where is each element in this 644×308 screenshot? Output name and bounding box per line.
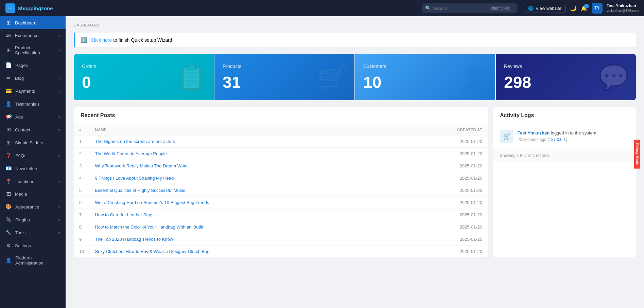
stat-card-products: Products 31 🛒	[214, 54, 354, 100]
sidebar-item-testimonials[interactable]: 👤 Testimonials	[0, 97, 66, 110]
locations-icon: 📍	[5, 178, 12, 184]
sidebar-item-media[interactable]: 🖼 Media	[0, 188, 66, 200]
breadcrumb: Dashboard	[74, 23, 636, 27]
search-shortcut: ctrl/cmd + k	[489, 6, 511, 11]
table-row: 1 The litigants on the screen are not ac…	[74, 135, 488, 148]
setup-wizard-link[interactable]: Click here	[91, 37, 112, 43]
post-link[interactable]: 9 Things I Love About Shaving My Head	[95, 176, 174, 181]
sidebar-label-faqs: FAQs	[15, 153, 55, 158]
chevron-icon-appearance: ▾	[58, 205, 60, 209]
col-created-at: CREATED AT	[399, 124, 488, 135]
payments-icon: 💳	[5, 88, 12, 94]
chevron-icon-ecommerce: ▾	[58, 34, 60, 37]
globe-icon: 🌐	[528, 6, 534, 11]
sidebar-label-simple-sliders: Simple Sliders	[15, 140, 60, 145]
sidebar-item-locations[interactable]: 📍 Locations ▾	[0, 175, 66, 188]
sidebar-item-tools[interactable]: 🔧 Tools ▾	[0, 226, 66, 239]
post-name: How to Care for Leather Bags	[89, 209, 399, 221]
dark-mode-button[interactable]: 🌙	[570, 5, 577, 12]
platform-administration-icon: 👤	[5, 257, 12, 264]
media-icon: 🖼	[5, 191, 12, 197]
setup-banner-text: Click here to finish Quick setup Wizard!	[91, 37, 174, 43]
sidebar-label-locations: Locations	[15, 179, 55, 184]
post-date: 2025-01-20	[399, 246, 488, 258]
notifications-button[interactable]: 🔔 0	[581, 5, 588, 12]
post-link[interactable]: The litigants on the screen are not acto…	[95, 139, 175, 144]
chevron-icon-payments: ▾	[58, 89, 60, 93]
post-date: 2025-01-20	[399, 148, 488, 160]
activity-text: Test Ymkuzhan logged in to the system	[518, 130, 596, 137]
sidebar-item-simple-sliders[interactable]: ⊞ Simple Sliders	[0, 136, 66, 149]
sidebar: ⊞ Dashboard 🛍 Ecommerce ▾ ⊞ Product Spec…	[0, 16, 66, 308]
plugins-icon: 🔌	[5, 217, 12, 223]
sidebar-item-pages[interactable]: 📄 Pages	[0, 59, 66, 72]
appearance-icon: 🎨	[5, 204, 12, 210]
stat-icon-orders: 📋	[176, 63, 207, 92]
sidebar-item-ads[interactable]: 📢 Ads ▾	[0, 110, 66, 123]
sidebar-item-dashboard[interactable]: ⊞ Dashboard	[0, 16, 66, 29]
post-link[interactable]: Sexy Clutches: How to Buy & Wear a Desig…	[95, 249, 209, 254]
dashboard-icon: ⊞	[5, 20, 12, 26]
sidebar-item-newsletters[interactable]: 📧 Newsletters	[0, 162, 66, 175]
activity-footer: Showing 1 to 1 of 1 records	[493, 149, 636, 162]
testimonials-icon: 👤	[5, 101, 12, 107]
post-link[interactable]: How to Care for Leather Bags	[95, 212, 153, 217]
table-row: 7 How to Care for Leather Bags 2025-01-2…	[74, 209, 488, 221]
post-name: 9 Things I Love About Shaving My Head	[89, 172, 399, 184]
user-email: ymkuzhan@126.com	[607, 8, 639, 13]
stat-card-reviews: Reviews 298 💬	[496, 54, 636, 100]
sidebar-item-faqs[interactable]: ❓ FAQs ▾	[0, 149, 66, 162]
post-name: Essential Qualities of Highly Successful…	[89, 184, 399, 197]
sidebar-item-blog[interactable]: ✏ Blog ▾	[0, 72, 66, 85]
sidebar-label-settings: Settings	[15, 243, 60, 248]
setup-banner: ℹ️ Click here to finish Quick setup Wiza…	[74, 33, 636, 47]
table-row: 2 The World Caters to Average People 202…	[74, 148, 488, 160]
activity-avatar: 🛒	[500, 130, 514, 143]
sidebar-label-ads: Ads	[15, 114, 55, 120]
sidebar-label-ecommerce: Ecommerce	[15, 33, 55, 38]
brand-logo[interactable]: 🛒 Shoppingzone	[5, 3, 60, 13]
post-name: Why Teamwork Really Makes The Dream Work	[89, 160, 399, 172]
post-num: 3	[74, 160, 89, 172]
post-link[interactable]: Why Teamwork Really Makes The Dream Work	[95, 163, 187, 168]
activity-logs-card: Activity Logs 🛒 Test Ymkuzhan logged in …	[493, 107, 636, 257]
stat-card-orders: Orders 0 📋	[74, 54, 214, 100]
sidebar-label-newsletters: Newsletters	[15, 166, 60, 171]
sidebar-item-plugins[interactable]: 🔌 Plugins ▾	[0, 213, 66, 226]
post-num: 4	[74, 172, 89, 184]
pages-icon: 📄	[5, 62, 12, 68]
post-num: 6	[74, 197, 89, 209]
main-content: Dashboard ℹ️ Click here to finish Quick …	[66, 16, 644, 308]
post-link[interactable]: The World Caters to Average People	[95, 151, 167, 156]
post-name: The Top 2020 Handbag Trends to Know	[89, 233, 399, 246]
sidebar-label-dashboard: Dashboard	[15, 20, 60, 25]
post-link[interactable]: How to Match the Color of Your Handbag W…	[95, 224, 203, 230]
sidebar-item-contact[interactable]: ✉ Contact ▾	[0, 123, 66, 136]
blog-icon: ✏	[5, 75, 12, 81]
post-link[interactable]: We're Crushing Hard on Summer's 10 Bigge…	[95, 200, 209, 205]
sidebar-label-blog: Blog	[15, 76, 55, 81]
sidebar-item-settings[interactable]: ⚙ Settings	[0, 239, 66, 252]
sidebar-item-payments[interactable]: 💳 Payments ▾	[0, 85, 66, 97]
sidebar-label-contact: Contact	[15, 127, 55, 132]
view-website-button[interactable]: 🌐 View website	[524, 4, 566, 13]
tools-icon: 🔧	[5, 230, 12, 236]
activity-time: 22 seconds ago (127.0.0.1)	[518, 137, 596, 142]
post-name: The World Caters to Average People	[89, 148, 399, 160]
search-input[interactable]	[433, 6, 487, 11]
post-num: 9	[74, 233, 89, 246]
sidebar-item-ecommerce[interactable]: 🛍 Ecommerce ▾	[0, 29, 66, 42]
post-link[interactable]: Essential Qualities of Highly Successful…	[95, 188, 185, 193]
sidebar-label-testimonials: Testimonials	[15, 102, 60, 107]
post-date: 2025-01-20	[399, 172, 488, 184]
post-link[interactable]: The Top 2020 Handbag Trends to Know	[95, 237, 173, 242]
bottom-section: Recent Posts # NAME CREATED AT 1 The lit…	[74, 107, 636, 257]
sidebar-item-appearance[interactable]: 🎨 Appearance ▾	[0, 200, 66, 213]
sidebar-label-payments: Payments	[15, 89, 55, 94]
activity-user[interactable]: Test Ymkuzhan	[518, 130, 550, 135]
sidebar-item-product-specification[interactable]: ⊞ Product Specification ▾	[0, 42, 66, 59]
faqs-icon: ❓	[5, 152, 12, 159]
sidebar-label-media: Media	[15, 192, 60, 197]
sidebar-item-platform-administration[interactable]: 👤 Platform Administration	[0, 252, 66, 269]
post-num: 2	[74, 148, 89, 160]
